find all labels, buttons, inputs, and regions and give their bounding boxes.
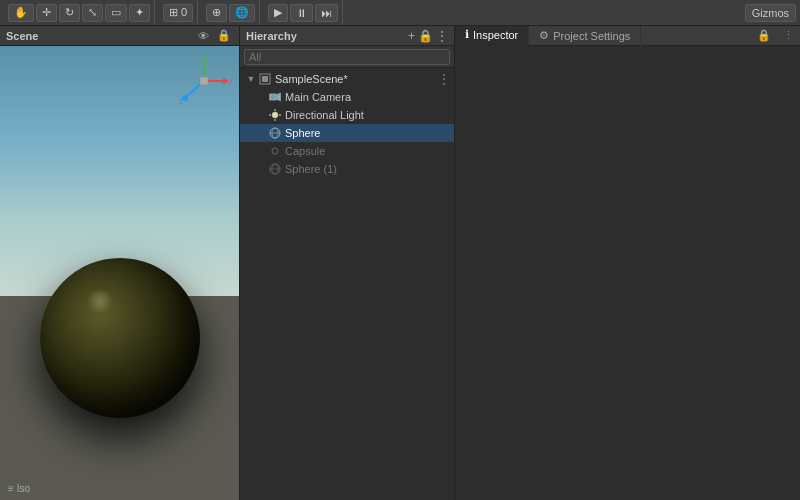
svg-text:X: X — [229, 77, 232, 86]
svg-text:Z: Z — [179, 97, 184, 106]
toolbar-group-layers: ⊞ 0 — [159, 0, 198, 25]
hierarchy-search-input[interactable] — [244, 49, 450, 65]
scene-tab-label: Scene — [6, 30, 38, 42]
scene-eye-button[interactable]: 👁 — [196, 30, 211, 42]
hierarchy-add-button[interactable]: + — [408, 29, 415, 43]
play-button[interactable]: ▶ — [268, 4, 288, 22]
toolbar-group-pivot: ⊕ 🌐 — [202, 0, 260, 25]
directional-light-label: Directional Light — [285, 109, 364, 121]
right-tabs-header: ℹ Inspector ⚙ Project Settings 🔒 ⋮ — [455, 26, 800, 46]
multi-tool-button[interactable]: ✦ — [129, 4, 150, 22]
sphere-highlight — [85, 290, 115, 312]
hierarchy-lock-button[interactable]: 🔒 — [418, 29, 433, 43]
pause-button[interactable]: ⏸ — [290, 4, 313, 22]
sphere-label: Sphere — [285, 127, 320, 139]
scene-lock-button[interactable]: 🔒 — [215, 29, 233, 42]
step-button[interactable]: ⏭ — [315, 4, 338, 22]
top-toolbar: ✋ ✛ ↻ ⤡ ▭ ✦ ⊞ 0 ⊕ 🌐 ▶ ⏸ ⏭ Gizmos — [0, 0, 800, 26]
hierarchy-more-button[interactable]: ⋮ — [436, 29, 448, 43]
global-button[interactable]: 🌐 — [229, 4, 255, 22]
tab-inspector[interactable]: ℹ Inspector — [455, 26, 529, 46]
scene-view: Scene 👁 🔒 — [0, 26, 240, 500]
gizmos-button[interactable]: Gizmos — [745, 4, 796, 22]
scene-more-icon[interactable]: ⋮ — [438, 72, 454, 86]
scale-tool-button[interactable]: ⤡ — [82, 4, 103, 22]
hierarchy-title: Hierarchy — [246, 30, 297, 42]
hierarchy-item-sphere-1[interactable]: Sphere (1) — [240, 160, 454, 178]
sphere-object — [40, 258, 200, 418]
svg-rect-6 — [200, 77, 208, 85]
toolbar-group-transform: ✋ ✛ ↻ ⤡ ▭ ✦ — [4, 0, 155, 25]
hierarchy-item-sphere[interactable]: Sphere — [240, 124, 454, 142]
gizmo-widget[interactable]: Y X Z — [177, 54, 232, 109]
main-camera-label: Main Camera — [285, 91, 351, 103]
scene-header-left: Scene — [6, 30, 38, 42]
right-panel-more-button[interactable]: ⋮ — [777, 29, 800, 42]
hierarchy-header-left: Hierarchy — [246, 30, 297, 42]
rect-tool-button[interactable]: ▭ — [105, 4, 127, 22]
scene-icon — [258, 72, 272, 86]
hierarchy-item-main-camera[interactable]: Main Camera — [240, 88, 454, 106]
capsule-label: Capsule — [285, 145, 325, 157]
hand-tool-button[interactable]: ✋ — [8, 4, 34, 22]
hierarchy-item-capsule[interactable]: Capsule — [240, 142, 454, 160]
hierarchy-header: Hierarchy + 🔒 ⋮ — [240, 26, 454, 46]
gear-icon: ⚙ — [539, 29, 549, 42]
scene-canvas[interactable]: Y X Z ≡ Iso — [0, 46, 240, 500]
sphere1-mesh-icon — [268, 162, 282, 176]
sphere1-label: Sphere (1) — [285, 163, 337, 175]
svg-text:Y: Y — [202, 54, 208, 59]
scene-header-right: 👁 🔒 — [196, 29, 233, 42]
layers-button[interactable]: ⊞ 0 — [163, 4, 193, 22]
svg-rect-11 — [262, 76, 268, 82]
iso-label: ≡ Iso — [8, 483, 30, 494]
main-area: Scene 👁 🔒 — [0, 26, 800, 500]
capsule-mesh-icon — [268, 144, 282, 158]
inspector-tab-label: Inspector — [473, 29, 518, 41]
scene-arrow-icon: ▼ — [244, 74, 258, 84]
right-panel-content — [455, 46, 800, 500]
svg-point-15 — [272, 112, 278, 118]
hierarchy-tree: ▼ SampleScene* ⋮ — [240, 68, 454, 500]
rotate-tool-button[interactable]: ↻ — [59, 4, 80, 22]
scene-name-label: SampleScene* — [275, 73, 348, 85]
scene-header: Scene 👁 🔒 — [0, 26, 239, 46]
svg-point-14 — [271, 95, 274, 98]
hierarchy-item-directional-light[interactable]: Directional Light — [240, 106, 454, 124]
hierarchy-panel: Hierarchy + 🔒 ⋮ ▼ SampleScene — [240, 26, 455, 500]
pivot-button[interactable]: ⊕ — [206, 4, 227, 22]
right-panel-lock-button[interactable]: 🔒 — [751, 29, 777, 42]
sphere-mesh-icon — [268, 126, 282, 140]
scene-root-item[interactable]: ▼ SampleScene* ⋮ — [240, 70, 454, 88]
project-settings-tab-label: Project Settings — [553, 30, 630, 42]
inspector-icon: ℹ — [465, 28, 469, 41]
svg-rect-23 — [272, 148, 278, 154]
toolbar-group-play: ▶ ⏸ ⏭ — [264, 0, 343, 25]
tab-project-settings[interactable]: ⚙ Project Settings — [529, 26, 641, 46]
hierarchy-search-bar — [240, 46, 454, 68]
svg-marker-13 — [277, 93, 281, 101]
hierarchy-header-actions: + 🔒 ⋮ — [408, 29, 448, 43]
right-panels: ℹ Inspector ⚙ Project Settings 🔒 ⋮ — [455, 26, 800, 500]
move-tool-button[interactable]: ✛ — [36, 4, 57, 22]
camera-icon — [268, 90, 282, 104]
light-icon — [268, 108, 282, 122]
